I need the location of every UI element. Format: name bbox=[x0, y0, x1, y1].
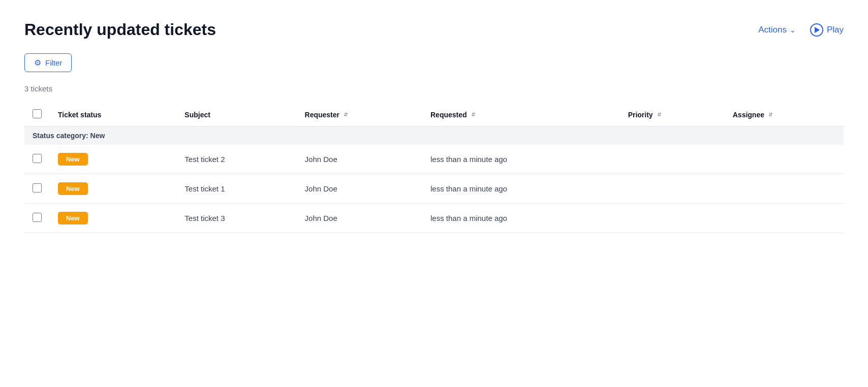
th-ticket-status: Ticket status bbox=[50, 103, 176, 126]
status-badge: New bbox=[58, 153, 88, 166]
play-button[interactable]: Play bbox=[810, 23, 844, 37]
header-actions: Actions ⌄ Play bbox=[758, 23, 844, 37]
row-assignee bbox=[725, 145, 844, 174]
status-category-prefix: Status category: bbox=[33, 132, 88, 140]
row-subject: Test ticket 1 bbox=[176, 174, 296, 204]
chevron-down-icon: ⌄ bbox=[790, 26, 796, 34]
requester-sort-icon: ⇵ bbox=[344, 112, 348, 117]
priority-sort-icon: ⇵ bbox=[657, 112, 661, 117]
play-circle-icon bbox=[810, 23, 823, 37]
actions-label: Actions bbox=[758, 25, 787, 35]
filter-icon: ⚙ bbox=[34, 58, 41, 68]
th-requested[interactable]: Requested ⇵ bbox=[422, 103, 620, 126]
row-assignee bbox=[725, 174, 844, 204]
filter-label: Filter bbox=[45, 58, 62, 67]
th-subject: Subject bbox=[176, 103, 296, 126]
row-requester: John Doe bbox=[297, 174, 422, 204]
row-priority bbox=[620, 145, 725, 174]
play-label: Play bbox=[827, 25, 844, 35]
row-ticket-status: New bbox=[50, 204, 176, 233]
status-badge: New bbox=[58, 182, 88, 195]
page-title: Recently updated tickets bbox=[24, 20, 216, 39]
page-header: Recently updated tickets Actions ⌄ Play bbox=[24, 20, 844, 39]
row-ticket-status: New bbox=[50, 174, 176, 204]
row-checkbox[interactable] bbox=[33, 154, 42, 163]
row-subject: Test ticket 2 bbox=[176, 145, 296, 174]
row-requested: less than a minute ago bbox=[422, 145, 620, 174]
row-checkbox-cell bbox=[24, 204, 50, 233]
row-requested: less than a minute ago bbox=[422, 174, 620, 204]
tickets-table: Ticket status Subject Requester ⇵ Reques… bbox=[24, 103, 844, 233]
table-row: New Test ticket 1 John Doe less than a m… bbox=[24, 174, 844, 204]
row-checkbox[interactable] bbox=[33, 213, 42, 222]
row-ticket-status: New bbox=[50, 145, 176, 174]
row-checkbox-cell bbox=[24, 145, 50, 174]
status-category-cell: Status category: New bbox=[24, 126, 844, 145]
row-checkbox[interactable] bbox=[33, 183, 42, 192]
row-subject: Test ticket 3 bbox=[176, 204, 296, 233]
status-badge: New bbox=[58, 212, 88, 224]
row-priority bbox=[620, 204, 725, 233]
status-category-row: Status category: New bbox=[24, 126, 844, 145]
assignee-sort-icon: ⇵ bbox=[768, 112, 772, 117]
select-all-checkbox[interactable] bbox=[33, 109, 42, 118]
table-header-row: Ticket status Subject Requester ⇵ Reques… bbox=[24, 103, 844, 126]
row-requester: John Doe bbox=[297, 145, 422, 174]
table-body: Status category: New New Test ticket 2 J… bbox=[24, 126, 844, 233]
row-requester: John Doe bbox=[297, 204, 422, 233]
row-assignee bbox=[725, 204, 844, 233]
table-row: New Test ticket 2 John Doe less than a m… bbox=[24, 145, 844, 174]
filter-button[interactable]: ⚙ Filter bbox=[24, 53, 72, 72]
filter-row: ⚙ Filter bbox=[24, 53, 844, 72]
select-all-header bbox=[24, 103, 50, 126]
th-requester[interactable]: Requester ⇵ bbox=[297, 103, 422, 126]
th-priority[interactable]: Priority ⇵ bbox=[620, 103, 725, 126]
table-row: New Test ticket 3 John Doe less than a m… bbox=[24, 204, 844, 233]
row-checkbox-cell bbox=[24, 174, 50, 204]
actions-dropdown-button[interactable]: Actions ⌄ bbox=[758, 25, 796, 35]
row-requested: less than a minute ago bbox=[422, 204, 620, 233]
requested-sort-icon: ⇵ bbox=[471, 112, 475, 117]
play-triangle-icon bbox=[815, 27, 820, 33]
ticket-count: 3 tickets bbox=[24, 84, 844, 93]
status-category-value: New bbox=[90, 132, 105, 140]
th-assignee[interactable]: Assignee ⇵ bbox=[725, 103, 844, 126]
row-priority bbox=[620, 174, 725, 204]
